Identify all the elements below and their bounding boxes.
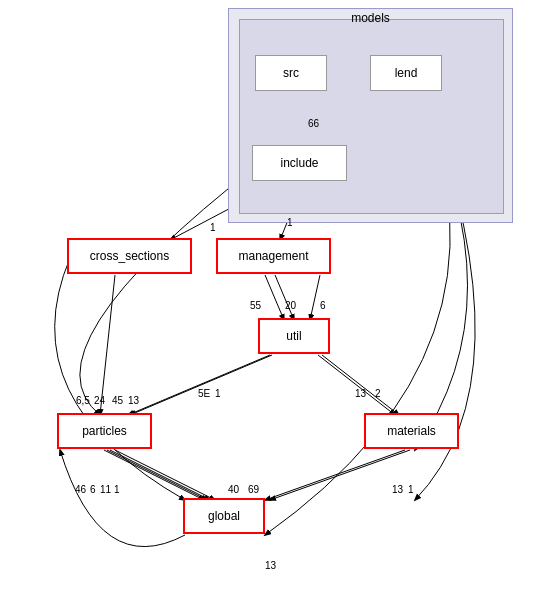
global-node: global xyxy=(183,498,265,534)
label-mgmt-util-55: 55 xyxy=(250,300,261,311)
label-materials-13c: 13 xyxy=(392,484,403,495)
svg-line-7 xyxy=(128,355,270,415)
svg-line-4 xyxy=(275,275,294,320)
svg-line-16 xyxy=(270,450,410,500)
util-node: util xyxy=(258,318,330,354)
label-particles-global-11: 11 xyxy=(100,484,111,495)
include-label: include xyxy=(280,156,318,170)
particles-label: particles xyxy=(82,424,127,438)
global-label: global xyxy=(208,509,240,523)
label-util-materials-13: 13 xyxy=(355,388,366,399)
lend-node: lend xyxy=(370,55,442,91)
label-util-particles: 5E xyxy=(198,388,210,399)
management-node: management xyxy=(216,238,331,274)
label-global-69: 69 xyxy=(248,484,259,495)
label-include-mgmt: 1 xyxy=(287,217,293,228)
label-particles-global-1: 1 xyxy=(114,484,120,495)
diagram: models src lend include cross_sections m… xyxy=(0,0,534,596)
svg-line-9 xyxy=(322,355,399,415)
src-label: src xyxy=(283,66,299,80)
label-cross-particles-24: 24 xyxy=(94,395,105,406)
svg-line-3 xyxy=(265,275,284,320)
label-cross-particles: 6,5 xyxy=(76,395,90,406)
management-label: management xyxy=(238,249,308,263)
svg-line-8 xyxy=(318,355,395,415)
svg-line-15 xyxy=(265,450,405,500)
label-cross-particles-13b: 13 xyxy=(128,395,139,406)
models-label: models xyxy=(351,11,390,25)
svg-line-13 xyxy=(107,450,207,500)
lend-label: lend xyxy=(395,66,418,80)
include-node: include xyxy=(252,145,347,181)
materials-label: materials xyxy=(387,424,436,438)
label-util-materials-2: 2 xyxy=(375,388,381,399)
label-particles-global-46: 46 xyxy=(75,484,86,495)
label-cross-particles-45: 45 xyxy=(112,395,123,406)
svg-line-11 xyxy=(110,450,210,500)
models-inner-group xyxy=(239,19,504,214)
label-mgmt-util-6: 6 xyxy=(320,300,326,311)
util-label: util xyxy=(286,329,301,343)
label-particles-global-6: 6 xyxy=(90,484,96,495)
label-global-13b: 13 xyxy=(265,560,276,571)
cross-sections-node: cross_sections xyxy=(67,238,192,274)
label-include-cross: 1 xyxy=(210,222,216,233)
cross-sections-label: cross_sections xyxy=(90,249,169,263)
materials-node: materials xyxy=(364,413,459,449)
particles-node: particles xyxy=(57,413,152,449)
label-mgmt-util-20: 20 xyxy=(285,300,296,311)
src-node: src xyxy=(255,55,327,91)
label-src-include: 66 xyxy=(308,118,319,129)
svg-line-10 xyxy=(100,275,115,415)
svg-line-6 xyxy=(130,355,272,415)
label-util-particles-1: 1 xyxy=(215,388,221,399)
label-global-40: 40 xyxy=(228,484,239,495)
svg-line-12 xyxy=(115,450,215,500)
models-group: models xyxy=(228,8,513,223)
svg-line-5 xyxy=(310,275,320,320)
label-materials-1: 1 xyxy=(408,484,414,495)
